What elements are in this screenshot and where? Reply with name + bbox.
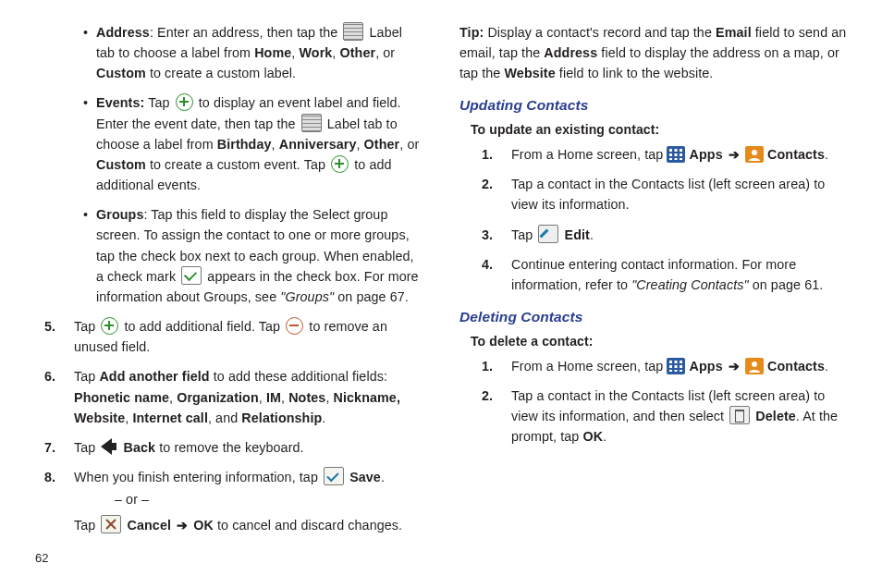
svg-rect-21 [680, 370, 682, 372]
svg-rect-6 [680, 153, 682, 156]
cancel-icon [101, 515, 121, 533]
apps-icon [667, 146, 685, 163]
or-line: – or – [115, 489, 423, 509]
bullet-groups: Groups: Tap this field to display the Se… [83, 204, 423, 307]
svg-rect-4 [669, 153, 672, 156]
groups-ref: "Groups" [280, 289, 334, 304]
step-8: When you finish entering information, ta… [33, 467, 423, 535]
contacts-icon [745, 358, 764, 374]
right-column: Tip: Display a contact's record and tap … [459, 22, 849, 545]
svg-rect-14 [675, 361, 678, 363]
page-number: 62 [35, 551, 48, 565]
svg-rect-15 [680, 361, 682, 363]
left-column: Address: Enter an address, then tap the … [33, 22, 423, 545]
svg-rect-1 [669, 149, 672, 152]
tip-paragraph: Tip: Display a contact's record and tap … [459, 22, 849, 83]
svg-rect-20 [675, 370, 678, 372]
svg-point-23 [752, 361, 757, 367]
del-step-1: From a Home screen, tap Apps ➔ Contacts. [471, 356, 849, 376]
upd-step-3: Tap Edit. [471, 225, 849, 245]
apps-icon [667, 358, 685, 374]
svg-rect-8 [675, 158, 678, 160]
label-tab-icon [301, 114, 322, 132]
updating-heading: Updating Contacts [459, 94, 849, 116]
bullet-address: Address: Enter an address, then tap the … [83, 22, 423, 83]
svg-point-11 [752, 150, 757, 155]
del-step-2: Tap a contact in the Contacts list (left… [471, 386, 849, 447]
label: Events: [96, 95, 144, 110]
label: Address [96, 25, 150, 40]
plus-icon [101, 317, 118, 335]
deleting-steps: From a Home screen, tap Apps ➔ Contacts.… [471, 356, 849, 447]
deleting-lead: To delete a contact: [471, 332, 849, 352]
svg-rect-3 [680, 149, 682, 152]
creating-contacts-ref: "Creating Contacts" [631, 277, 748, 292]
deleting-heading: Deleting Contacts [459, 306, 849, 328]
arrow-icon: ➔ [177, 518, 188, 533]
arrow-icon: ➔ [729, 147, 740, 162]
updating-lead: To update an existing contact: [471, 120, 849, 141]
bullet-events: Events: Tap to display an event label an… [83, 92, 423, 195]
plus-icon [176, 93, 193, 111]
edit-icon [538, 225, 558, 243]
step-5: Tap to add additional field. Tap to remo… [33, 316, 423, 357]
svg-rect-2 [675, 149, 678, 152]
checkmark-icon [181, 266, 202, 285]
svg-rect-5 [675, 153, 678, 156]
svg-rect-9 [680, 158, 682, 160]
upd-step-4: Continue entering contact information. F… [471, 254, 849, 295]
upd-step-2: Tap a contact in the Contacts list (left… [471, 174, 849, 214]
minus-icon [286, 317, 303, 335]
svg-rect-7 [669, 158, 672, 160]
updating-steps: From a Home screen, tap Apps ➔ Contacts.… [471, 144, 849, 295]
label: Groups [96, 207, 143, 222]
plus-icon [331, 155, 349, 173]
back-icon [101, 438, 117, 455]
arrow-icon: ➔ [729, 359, 740, 374]
save-icon [324, 467, 344, 485]
svg-rect-17 [675, 365, 678, 368]
steps-5-8: Tap to add additional field. Tap to remo… [33, 316, 423, 535]
svg-rect-16 [669, 365, 672, 368]
upd-step-1: From a Home screen, tap Apps ➔ Contacts. [471, 144, 849, 165]
svg-rect-18 [680, 365, 682, 368]
svg-rect-19 [669, 370, 672, 372]
step-6: Tap Add another field to add these addit… [33, 366, 423, 427]
svg-rect-13 [669, 361, 672, 363]
step-7: Tap Back to remove the keyboard. [33, 437, 423, 458]
delete-icon [729, 406, 750, 424]
label-tab-icon [343, 22, 363, 41]
contacts-icon [745, 146, 764, 163]
field-bullets: Address: Enter an address, then tap the … [83, 22, 423, 307]
